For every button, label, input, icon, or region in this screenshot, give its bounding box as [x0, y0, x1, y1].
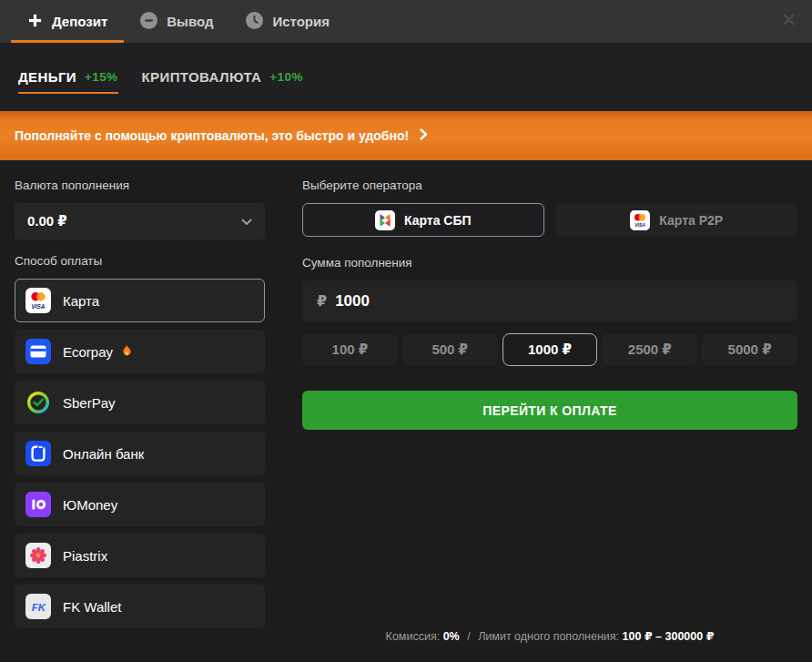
methods-label: Способ оплаты: [15, 254, 265, 268]
method-sberpay[interactable]: SberPay: [15, 381, 265, 424]
chevron-right-icon: [420, 128, 428, 143]
close-icon: [782, 13, 796, 30]
tab-money-bonus: +15%: [85, 70, 118, 84]
tab-crypto-label: КРИПТОВАЛЮТА: [142, 69, 262, 85]
amount-input[interactable]: ₽ 1000: [302, 280, 797, 321]
currency-label: Валюта пополнения: [15, 178, 265, 192]
close-button[interactable]: [779, 12, 797, 30]
operator-p2p-card-label: Карта P2P: [659, 213, 723, 228]
sberpay-icon: [25, 390, 51, 415]
amount-value: 1000: [335, 292, 370, 311]
visa-mastercard-icon: VISA: [25, 288, 51, 313]
svg-text:VISA: VISA: [634, 221, 645, 227]
operator-buttons: Карта СБП VISA Карта P2P: [302, 203, 797, 237]
currency-select-value: 0.00 ₽: [27, 213, 67, 229]
limits-info: Комиссия: 0% / Лимит одного пополнения: …: [302, 629, 797, 662]
tab-history[interactable]: История: [229, 0, 346, 43]
banner-text: Пополняйте с помощью криптовалюты, это б…: [15, 128, 409, 143]
preset-1000[interactable]: 1000 ₽: [502, 333, 598, 366]
method-online-bank[interactable]: Онлайн банк: [15, 432, 265, 475]
operator-sbp-card-label: Карта СБП: [404, 213, 472, 228]
currency-select[interactable]: 0.00 ₽: [15, 203, 265, 239]
preset-5000[interactable]: 5000 ₽: [702, 333, 797, 366]
crypto-promo-banner[interactable]: Пополняйте с помощью криптовалюты, это б…: [0, 111, 812, 160]
preset-100[interactable]: 100 ₽: [302, 333, 398, 366]
method-online-bank-label: Онлайн банк: [63, 446, 144, 462]
piastrix-icon: [25, 543, 51, 568]
method-fk-wallet-label: FK Wallet: [63, 599, 121, 615]
svg-text:FK: FK: [32, 602, 46, 613]
method-ecorpay-label: Ecorpay: [63, 343, 133, 361]
tab-withdraw-label: Вывод: [167, 14, 213, 29]
method-ecorpay[interactable]: Ecorpay: [15, 330, 265, 373]
amount-presets: 100 ₽ 500 ₽ 1000 ₽ 2500 ₽ 5000 ₽: [302, 333, 797, 366]
ruble-sign: ₽: [317, 292, 327, 310]
limit-value: 100 ₽ – 300000 ₽: [623, 630, 715, 643]
deposit-content: Валюта пополнения 0.00 ₽ Способ оплаты V…: [0, 160, 812, 662]
plus-icon: [27, 13, 43, 31]
top-nav: Депозит Вывод История: [0, 0, 812, 43]
preset-500[interactable]: 500 ₽: [402, 333, 498, 366]
commission-label: Комиссия:: [386, 630, 441, 643]
tab-deposit-label: Депозит: [52, 14, 107, 29]
method-piastrix-label: Piastrix: [63, 548, 107, 564]
tab-deposit[interactable]: Депозит: [11, 0, 124, 43]
tab-money-label: ДЕНЬГИ: [18, 69, 76, 85]
svg-text:VISA: VISA: [32, 303, 46, 310]
method-fk-wallet[interactable]: FK FK Wallet: [15, 585, 265, 628]
fire-icon: [119, 343, 133, 361]
visa-mastercard-icon: VISA: [630, 210, 650, 230]
separator: /: [467, 630, 470, 643]
online-bank-icon: [25, 441, 51, 466]
method-piastrix[interactable]: Piastrix: [15, 534, 265, 577]
method-sberpay-label: SberPay: [63, 395, 116, 411]
amount-label: Сумма пополнения: [302, 256, 797, 270]
preset-2500[interactable]: 2500 ₽: [602, 333, 697, 366]
yoomoney-icon: [25, 492, 51, 517]
tab-money[interactable]: ДЕНЬГИ +15%: [18, 43, 118, 111]
deposit-form-panel: Выберите оператора Карта СБП VISA Карта …: [302, 178, 797, 662]
operator-label: Выберите оператора: [302, 178, 797, 192]
commission-value: 0%: [443, 630, 460, 643]
method-card[interactable]: VISA Карта: [15, 279, 265, 322]
minus-circle-icon: [140, 12, 157, 32]
operator-sbp-card[interactable]: Карта СБП: [302, 203, 544, 237]
tab-withdraw[interactable]: Вывод: [124, 0, 229, 43]
deposit-type-tabs: ДЕНЬГИ +15% КРИПТОВАЛЮТА +10%: [0, 43, 812, 111]
ecorpay-icon: [25, 339, 51, 364]
tab-crypto-bonus: +10%: [269, 70, 303, 84]
tab-history-label: История: [272, 14, 330, 29]
limit-label: Лимит одного пополнения:: [478, 630, 619, 643]
payment-methods-panel: Валюта пополнения 0.00 ₽ Способ оплаты V…: [15, 178, 265, 662]
go-to-payment-button[interactable]: ПЕРЕЙТИ К ОПЛАТЕ: [302, 391, 797, 430]
operator-p2p-card[interactable]: VISA Карта P2P: [556, 203, 798, 237]
clock-icon: [246, 12, 263, 32]
method-card-label: Карта: [63, 293, 99, 309]
method-yoomoney-label: ЮMoney: [63, 497, 117, 513]
deposit-modal: Депозит Вывод История ДЕНЬГИ +15% КРИПТО…: [0, 0, 812, 662]
chevron-down-icon: [241, 213, 252, 229]
sbp-icon: [375, 210, 395, 230]
tab-crypto[interactable]: КРИПТОВАЛЮТА +10%: [142, 43, 303, 111]
method-yoomoney[interactable]: ЮMoney: [15, 483, 265, 526]
fk-wallet-icon: FK: [25, 594, 51, 619]
method-ecorpay-text: Ecorpay: [63, 344, 113, 360]
